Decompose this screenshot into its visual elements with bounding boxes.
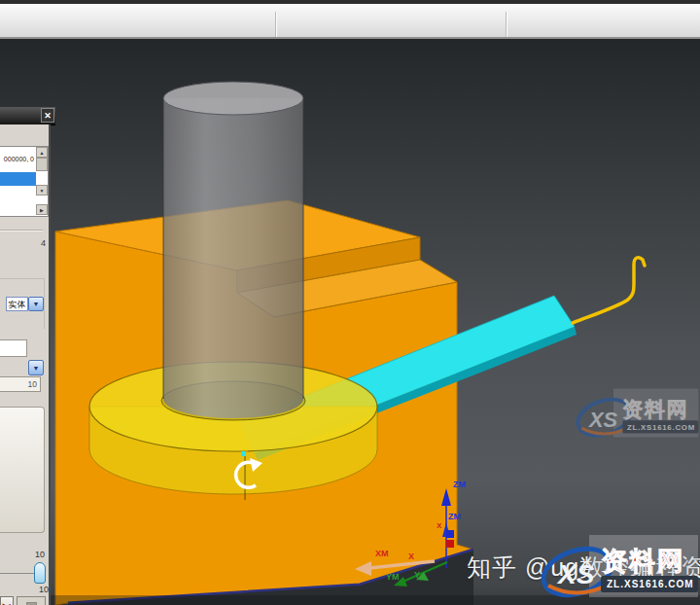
logo-name-text: 资料网 — [601, 547, 685, 576]
logo-name-text: 资料网 — [622, 398, 688, 420]
toolbar-separator — [275, 12, 276, 37]
origin-x-label: X — [437, 521, 442, 530]
scroll-right-icon[interactable]: ▶ — [36, 204, 48, 215]
step-forward-icon[interactable]: ▶| — [0, 596, 14, 605]
geometry-type-combo[interactable]: 实体 — [6, 297, 28, 311]
z-axis-label: ZM — [448, 512, 461, 521]
logo-url-text: ZL.XS1616.COM — [627, 423, 695, 432]
graphics-viewport[interactable]: ZM ZM X XM X YM Y — [0, 39, 700, 605]
chevron-down-icon[interactable]: ▼ — [28, 297, 44, 311]
path-point-dot — [241, 451, 246, 456]
dialog-body: 000000, 0 ▲ ▼ ▶ 4 实体 ▼ ▼ 10 10 10 ▶| — [0, 125, 51, 605]
cylinder-body — [163, 98, 303, 418]
group-border — [44, 278, 45, 329]
ym-axis-label: YM — [386, 572, 400, 582]
points-listbox[interactable]: 000000, 0 ▲ ▼ ▶ — [0, 146, 49, 217]
logo-url-text: ZL.XS1616.COM — [607, 579, 694, 589]
ziliao-logo-watermark-mid: XS 资料网 ZL.XS1616.COM — [576, 387, 700, 442]
cylinder-top-face — [163, 82, 303, 115]
scrollbar-thumb[interactable] — [36, 158, 48, 171]
tool-cylinder[interactable] — [163, 82, 303, 418]
xm-axis-label: XM — [375, 549, 389, 558]
top-toolbar — [0, 0, 700, 39]
options-group-panel[interactable] — [0, 407, 45, 533]
value-field[interactable] — [0, 339, 27, 357]
origin-handle-blue[interactable] — [446, 530, 454, 538]
count-label: 4 — [41, 238, 46, 248]
ziliao-logo-watermark: XS 资料网 ZL.XS1616.COM — [541, 533, 700, 603]
list-item[interactable]: 000000, 0 — [0, 156, 34, 162]
chevron-down-icon[interactable]: ▼ — [28, 360, 44, 375]
wire-toolpath[interactable] — [573, 258, 645, 323]
logo-xs-text: XS — [556, 559, 595, 589]
group-border — [0, 278, 45, 279]
scroll-down-icon[interactable]: ▼ — [36, 185, 48, 196]
slider-value-label: 10 — [39, 585, 49, 594]
operation-dialog: ✕ 000000, 0 ▲ ▼ ▶ 4 实体 ▼ ▼ 10 10 10 ▶| — [0, 107, 55, 605]
scroll-up-icon[interactable]: ▲ — [36, 147, 48, 158]
offset-value-field[interactable]: 10 — [0, 376, 41, 392]
separator — [0, 230, 43, 231]
x-axis-label: X — [408, 552, 414, 561]
toolbar-separator — [506, 12, 507, 37]
dialog-title-bar[interactable]: ✕ — [0, 107, 55, 125]
y-axis-label: Y — [414, 570, 420, 580]
list-item-selected[interactable] — [0, 172, 36, 186]
close-icon[interactable]: ✕ — [41, 108, 54, 123]
stop-button[interactable] — [17, 596, 46, 605]
slider-thumb[interactable] — [34, 562, 46, 584]
slider-track[interactable] — [0, 573, 35, 574]
slider-max-label: 10 — [35, 550, 45, 559]
zm-axis-label: ZM — [453, 480, 466, 489]
origin-handle-red[interactable] — [446, 540, 454, 548]
logo-xs-text: XS — [588, 408, 618, 432]
cad-scene: ZM ZM X XM X YM Y — [0, 39, 700, 605]
